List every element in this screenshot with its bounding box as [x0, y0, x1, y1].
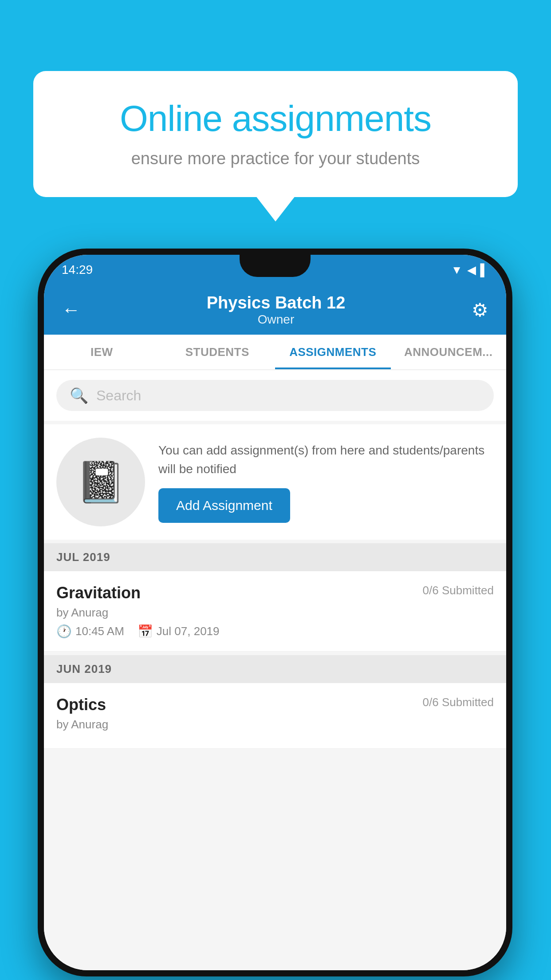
content-area: 🔍 Search 📓 You can add assignment(s) fro… — [44, 370, 506, 970]
assignment-meta: by Anurag — [56, 606, 494, 620]
clock-icon: 🕐 — [56, 624, 72, 639]
back-button[interactable]: ← — [62, 299, 80, 320]
assignment-meta-optics: by Anurag — [56, 718, 494, 731]
section-header-jun: JUN 2019 — [44, 655, 506, 683]
assignment-row-top-optics: Optics 0/6 Submitted — [56, 695, 494, 714]
assignment-details: 🕐 10:45 AM 📅 Jul 07, 2019 — [56, 624, 494, 639]
assignment-item-optics[interactable]: Optics 0/6 Submitted by Anurag — [44, 683, 506, 749]
promo-icon-circle: 📓 — [56, 438, 145, 526]
time-detail: 🕐 10:45 AM — [56, 624, 124, 639]
phone-screen: 14:29 ▼ ◀ ▌ ← Physics Batch 12 Owner ⚙ — [44, 255, 506, 970]
notch — [240, 255, 311, 277]
promo-text: You can add assignment(s) from here and … — [158, 441, 494, 478]
add-assignment-button[interactable]: Add Assignment — [158, 488, 290, 523]
phone-wrapper: 14:29 ▼ ◀ ▌ ← Physics Batch 12 Owner ⚙ — [38, 249, 512, 976]
app-header: ← Physics Batch 12 Owner ⚙ — [44, 285, 506, 335]
wifi-icon: ▼ — [451, 263, 463, 277]
assignment-item-gravitation[interactable]: Gravitation 0/6 Submitted by Anurag 🕐 10… — [44, 571, 506, 652]
speech-bubble: Online assignments ensure more practice … — [33, 71, 518, 197]
assignment-time: 10:45 AM — [75, 624, 124, 638]
tabs-container: IEW STUDENTS ASSIGNMENTS ANNOUNCEM... — [44, 335, 506, 370]
status-icons: ▼ ◀ ▌ — [451, 263, 488, 277]
assignment-date: Jul 07, 2019 — [157, 624, 220, 638]
promo-section: 📓 You can add assignment(s) from here an… — [44, 424, 506, 540]
bubble-subtitle: ensure more practice for your students — [64, 149, 487, 168]
search-icon: 🔍 — [70, 387, 88, 404]
tab-announcements[interactable]: ANNOUNCEM... — [391, 335, 507, 369]
calendar-icon: 📅 — [138, 624, 153, 639]
tab-iew[interactable]: IEW — [44, 335, 160, 369]
submitted-badge-optics: 0/6 Submitted — [423, 695, 494, 709]
assignment-row-top: Gravitation 0/6 Submitted — [56, 584, 494, 602]
bubble-title: Online assignments — [64, 98, 487, 139]
tab-students[interactable]: STUDENTS — [160, 335, 276, 369]
speech-bubble-container: Online assignments ensure more practice … — [33, 71, 518, 197]
header-subtitle: Owner — [207, 312, 346, 327]
promo-right: You can add assignment(s) from here and … — [158, 441, 494, 523]
phone-outer: 14:29 ▼ ◀ ▌ ← Physics Batch 12 Owner ⚙ — [38, 249, 512, 976]
date-detail: 📅 Jul 07, 2019 — [138, 624, 220, 639]
search-bar[interactable]: 🔍 Search — [56, 380, 494, 411]
notebook-icon: 📓 — [76, 459, 126, 506]
section-header-jul: JUL 2019 — [44, 543, 506, 571]
battery-icon: ▌ — [480, 263, 488, 277]
status-bar: 14:29 ▼ ◀ ▌ — [44, 255, 506, 285]
status-time: 14:29 — [62, 263, 93, 277]
search-placeholder: Search — [96, 387, 141, 404]
settings-icon[interactable]: ⚙ — [472, 299, 488, 321]
search-container: 🔍 Search — [44, 370, 506, 421]
header-title: Physics Batch 12 — [207, 293, 346, 312]
tab-assignments[interactable]: ASSIGNMENTS — [275, 335, 391, 369]
assignment-name-optics: Optics — [56, 695, 106, 714]
submitted-badge: 0/6 Submitted — [423, 584, 494, 597]
signal-icon: ◀ — [467, 263, 476, 277]
assignment-name: Gravitation — [56, 584, 141, 602]
header-center: Physics Batch 12 Owner — [207, 293, 346, 327]
